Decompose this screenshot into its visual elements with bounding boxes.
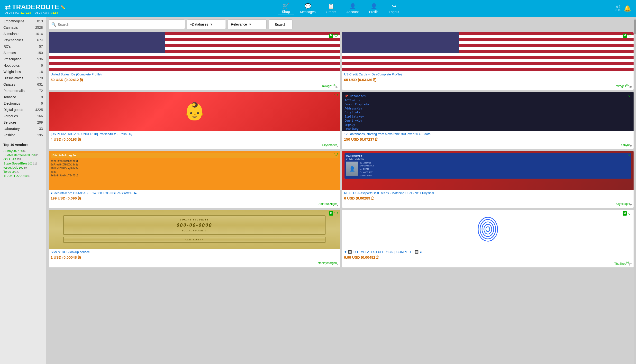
- product-title-p7[interactable]: SSN ♛ DOB lookup service: [50, 250, 338, 254]
- scrollbar-thumb[interactable]: [634, 20, 636, 34]
- product-vendor-p8[interactable]: TheShop9687: [342, 261, 634, 268]
- profile-icon: 👤: [370, 3, 377, 10]
- vendor-item-g3cko[interactable]: G3cko97274: [4, 158, 43, 161]
- product-price-p1: 50 USD (0.02412 ₿): [50, 78, 338, 82]
- vendor-item-budmastergeneral[interactable]: BudMasterGeneral10083: [4, 153, 43, 157]
- vendor-item-torso[interactable]: Torso99177: [4, 170, 43, 174]
- product-image-p8: [342, 210, 634, 249]
- orders-icon: 📋: [328, 3, 334, 10]
- product-title-p5[interactable]: ●Bitcointalk.org DATABASE 514,000 LOGINS…: [50, 191, 338, 196]
- product-title-p6[interactable]: REAL US Passport/ID/DL scans - Matching …: [344, 191, 632, 196]
- product-card-p5: BitcoinTalk.org FositeTitle:websiteUrGq7…: [49, 151, 340, 208]
- search-input-wrap[interactable]: 🔍: [49, 20, 185, 29]
- search-input[interactable]: [58, 22, 182, 26]
- badge-shield-p2: 🛡: [628, 34, 632, 38]
- search-button[interactable]: Search: [268, 20, 292, 29]
- product-image-p3: 👶: [49, 92, 340, 131]
- sidebar-category-forgeries[interactable]: Forgeries166: [0, 113, 46, 119]
- product-card-p2: M🛡US Credit Cards + IDs (Complete Profil…: [342, 32, 634, 90]
- header: ⇄ TRADEROUTE ✏️ USD / BTC: 2,079.10 USD …: [0, 0, 636, 17]
- sidebar-category-empathogens[interactable]: Empathogens813: [0, 18, 46, 24]
- nav-orders[interactable]: 📋 Orders: [322, 2, 340, 15]
- product-vendor-p5[interactable]: Smart666tiger0: [49, 202, 340, 208]
- product-price-p3: 4 USD (0.00193 ₿): [50, 137, 338, 141]
- nav-profile[interactable]: 👤 Profile: [365, 2, 382, 15]
- badge-shield-p4: 🛡: [628, 93, 632, 98]
- product-info-p1: United States IDs (Complete Profile)50 U…: [49, 71, 340, 83]
- notification-bell-icon[interactable]: 🔔: [624, 5, 631, 12]
- sidebar-category-opiates[interactable]: Opiates631: [0, 81, 46, 88]
- product-price-p8: 9.99 USD (0.00482 ₿): [344, 255, 632, 259]
- product-price-p2: 65 USD (0.03136 ₿): [344, 78, 632, 82]
- header-right: 0 ₿ 0 m 🔔: [616, 5, 631, 12]
- sort-dropdown[interactable]: Relevance ▼: [228, 20, 267, 29]
- product-vendor-p7[interactable]: stanleymorgan0: [49, 261, 340, 267]
- sidebar-category-psychedelics[interactable]: Psychedelics674: [0, 37, 46, 43]
- sidebar-category-electronics[interactable]: Electronics6: [0, 100, 46, 106]
- svg-point-0: [476, 217, 500, 241]
- badge-shield-p5: 🛡: [334, 152, 338, 157]
- rates: USD / BTC: 2,079.10 USD / XMR: 31.58: [5, 11, 66, 14]
- btc-rate-label: USD / BTC: 2,079.10: [5, 11, 31, 14]
- database-filter-dropdown[interactable]: ··Databases ▼: [187, 20, 226, 29]
- product-vendor-p1[interactable]: mirage19580: [49, 83, 340, 90]
- sidebar-category-paraphernalia[interactable]: Paraphernalia72: [0, 88, 46, 94]
- sidebar-category-tobacco[interactable]: Tobacco8: [0, 94, 46, 100]
- product-image-p5: BitcoinTalk.org FositeTitle:websiteUrGq7…: [49, 151, 340, 190]
- product-vendor-p3[interactable]: Skyscraper0: [49, 143, 340, 149]
- sidebar-category-stimulants[interactable]: Stimulants1014: [0, 31, 46, 37]
- nav-account-label: Account: [346, 10, 359, 14]
- nav-account[interactable]: 👤 Account: [342, 2, 363, 15]
- product-title-p2[interactable]: US Credit Cards + IDs (Complete Profile): [344, 72, 632, 77]
- product-title-p8[interactable]: ★ 🔲 ID TEMPLATES FULL PACK || COMPLETE 🔲…: [344, 250, 632, 254]
- nav-profile-label: Profile: [369, 10, 378, 14]
- product-title-p1[interactable]: United States IDs (Complete Profile): [50, 72, 338, 77]
- product-vendor-p2[interactable]: mirage19580: [342, 83, 634, 90]
- sidebar-category-services[interactable]: Services299: [0, 119, 46, 126]
- sidebar-category-dissociatives[interactable]: Dissociatives170: [0, 75, 46, 81]
- product-badges-p3: 🛡: [334, 93, 338, 98]
- vendor-item-superspeedbros[interactable]: SuperSpeedBros100113: [4, 162, 43, 165]
- content: 🔍 ··Databases ▼ Relevance ▼ Search M🛡Uni…: [46, 17, 636, 364]
- xmr-rate-label: USD / XMR: 31.58: [35, 11, 58, 14]
- search-bar: 🔍 ··Databases ▼ Relevance ▼ Search: [49, 20, 634, 29]
- vendor-item-teamtexas[interactable]: TEAMTEXAS1006: [4, 174, 43, 178]
- product-info-p7: SSN ♛ DOB lookup service1 USD (0.00048 ₿…: [49, 249, 340, 261]
- product-card-p4: 📌 DatabasesActive: ✓Comp: CompleteAddres…: [342, 92, 634, 149]
- product-vendor-p4[interactable]: babybit0: [342, 143, 634, 149]
- product-title-p3[interactable]: [US PEDIATRICIAN / UNDER 18] Profiles/fu…: [50, 132, 338, 136]
- product-card-p3: 👶🛡[US PEDIATRICIAN / UNDER 18] Profiles/…: [49, 92, 340, 149]
- sidebar-category-nootropics[interactable]: Nootropics6: [0, 62, 46, 68]
- btc-balance: 0 ₿: [616, 5, 620, 8]
- account-icon: 👤: [350, 3, 356, 10]
- nav-logout[interactable]: ↪ Logout: [385, 2, 403, 15]
- database-filter-label: ··Databases: [190, 22, 208, 26]
- product-card-p1: M🛡United States IDs (Complete Profile)50…: [49, 32, 340, 90]
- sidebar-category-cannabis[interactable]: Cannabis2528: [0, 24, 46, 31]
- badge-multisig-p2: M: [622, 34, 627, 38]
- product-info-p2: US Credit Cards + IDs (Complete Profile)…: [342, 71, 634, 83]
- product-image-p6: CALIFORNIA DRIVER LICENSE 👤 DL 12234498 …: [342, 151, 634, 190]
- product-image-p1: [49, 32, 340, 71]
- nav-shop[interactable]: 🛒 Shop: [278, 2, 294, 15]
- nav-messages[interactable]: 💬 Messages: [296, 2, 320, 15]
- vendor-item-sunny987[interactable]: Sunny98710065: [4, 149, 43, 153]
- product-title-p4[interactable]: 120 databases, starting from alexa rank …: [344, 132, 632, 136]
- product-vendor-p6[interactable]: Skyscraper0: [342, 202, 634, 208]
- chevron-down-icon-2: ▼: [248, 22, 252, 26]
- scrollbar[interactable]: [634, 17, 636, 364]
- sidebar-category-prescription[interactable]: Prescription536: [0, 56, 46, 62]
- product-image-p2: [342, 32, 634, 71]
- sidebar-category-weight-loss[interactable]: Weight loss16: [0, 68, 46, 75]
- sidebar-category-steroids[interactable]: Steroids150: [0, 50, 46, 56]
- product-badges-p2: M🛡: [622, 34, 632, 38]
- product-info-p6: REAL US Passport/ID/DL scans - Matching …: [342, 190, 634, 202]
- product-info-p8: ★ 🔲 ID TEMPLATES FULL PACK || COMPLETE 🔲…: [342, 249, 634, 261]
- vendor-item-value.lucid[interactable]: value.lucid10089: [4, 166, 43, 169]
- badge-shield-p1: 🛡: [334, 34, 338, 38]
- sidebar-category-fashion[interactable]: Fashion195: [0, 132, 46, 138]
- sidebar-category-laboratory[interactable]: Laboratory33: [0, 126, 46, 132]
- sidebar-category-digital-goods[interactable]: Digital goods4225: [0, 106, 46, 113]
- shop-icon: 🛒: [282, 3, 289, 9]
- sidebar-category-rc's[interactable]: RC's57: [0, 43, 46, 50]
